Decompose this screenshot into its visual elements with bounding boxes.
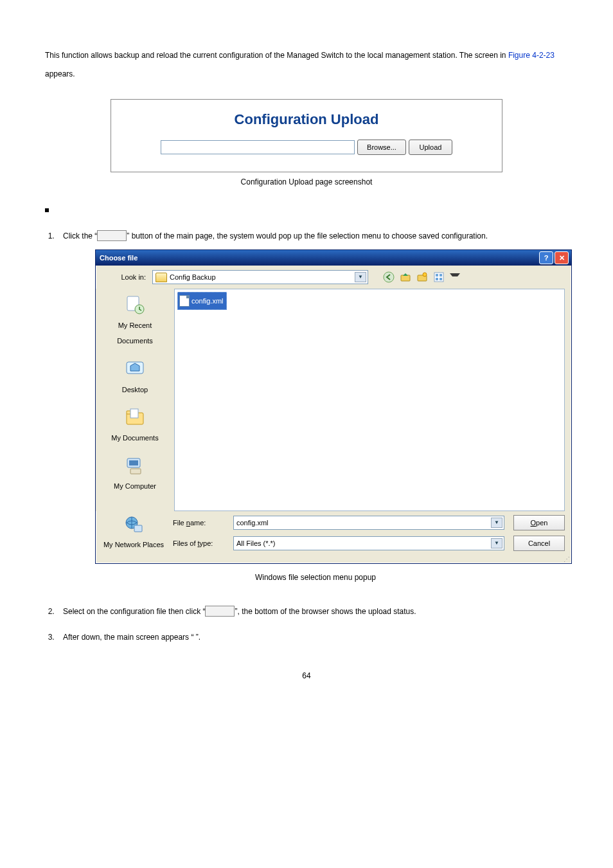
dialog-titlebar: Choose file ? ✕ [96,250,571,266]
place-mydocs[interactable]: My Documents [100,406,170,446]
svg-point-3 [423,273,427,276]
place-mycomputer[interactable]: My Computer [100,455,170,494]
place-mycomputer-label: My Computer [100,478,170,494]
back-icon[interactable] [382,271,395,284]
svg-rect-7 [436,278,438,280]
place-desktop[interactable]: Desktop [100,358,170,397]
step1-text-a: Click the “ [63,231,97,240]
intro-paragraph: This function allows backup and reload t… [45,46,568,84]
desktop-icon [124,358,146,380]
config-upload-screenshot: Configuration Upload Browse... Upload [111,99,502,172]
step2-text-a: Select on the configuration file then cl… [63,607,205,616]
upload-button[interactable]: Upload [409,140,452,155]
step1-text-b: ” button of the main page, the system wo… [127,231,488,240]
place-mydocs-label: My Documents [100,430,170,446]
step2-text-b: ”, the bottom of the browser shows the u… [235,607,416,616]
screenshot-caption-2: Windows file selection menu popup [63,569,568,586]
svg-rect-8 [440,278,442,280]
dialog-title: Choose file [100,250,138,266]
network-places-icon [123,514,145,536]
resize-grip-icon[interactable]: ⋰ [96,557,571,563]
upload-path-input[interactable] [161,140,355,154]
filetype-select[interactable]: All Files (*.*) [233,536,504,550]
close-button[interactable]: ✕ [555,251,569,264]
page-number: 64 [45,671,568,680]
step3-text: After down, the main screen appears “ ”. [63,633,200,642]
mycomputer-icon [124,455,146,476]
lookin-select[interactable]: Config Backup [152,270,368,284]
svg-point-0 [384,272,394,282]
svg-rect-16 [129,460,138,466]
views-icon[interactable] [432,271,445,284]
file-item-label: config.xml [191,293,224,309]
browse-button[interactable]: Browse... [357,140,406,155]
dialog-toolbar: Look in: Config Backup [96,266,571,289]
svg-rect-5 [436,274,438,276]
cancel-button[interactable]: Cancel [513,536,565,551]
svg-rect-14 [130,409,138,418]
up-folder-icon[interactable] [399,271,412,284]
place-desktop-label: Desktop [100,382,170,397]
section-bullet [45,206,568,215]
filetype-label: Files of type: [173,536,229,551]
file-item-selected[interactable]: config.xml [177,292,227,310]
svg-rect-1 [401,275,410,281]
lookin-value: Config Backup [170,269,216,285]
figure-link[interactable]: Figure 4-2-23 [508,51,555,60]
choose-file-dialog: Choose file ? ✕ Look in: Config Backup [95,249,572,564]
new-folder-icon[interactable] [416,271,429,284]
file-list-area[interactable]: config.xml [174,289,565,511]
open-button[interactable]: Open [513,515,565,530]
place-network-label: My Network Places [98,537,169,552]
svg-rect-19 [134,525,142,532]
views-dropdown-icon[interactable] [450,273,460,282]
place-recent[interactable]: My Recent Documents [100,294,170,348]
screenshot-caption-1: Configuration Upload page screenshot [45,177,568,186]
svg-rect-17 [130,469,141,474]
dialog-places-bar: My Recent Documents Desktop [96,289,174,511]
svg-rect-6 [440,274,442,276]
folder-open-icon [155,273,167,282]
intro-text-2: appears. [45,69,75,78]
step-1: Click the “” button of the main page, th… [57,228,568,586]
square-bullet-icon [45,208,49,212]
place-network[interactable]: My Network Places [98,514,169,552]
filename-input[interactable]: config.xml [233,516,504,530]
inline-browse-placeholder [97,230,127,241]
lookin-label: Look in: [102,269,148,285]
filename-label: File name: [173,515,229,530]
intro-text-1: This function allows backup and reload t… [45,51,508,60]
recent-documents-icon [124,294,146,316]
help-button[interactable]: ? [539,251,553,264]
inline-upload-placeholder [205,606,235,617]
place-recent-label: My Recent Documents [100,318,170,348]
step-2: Select on the configuration file then cl… [57,603,568,620]
mydocuments-icon [124,406,146,428]
file-icon [179,295,190,307]
config-upload-title: Configuration Upload [156,111,457,128]
step-3: After down, the main screen appears “ ”. [57,629,568,646]
